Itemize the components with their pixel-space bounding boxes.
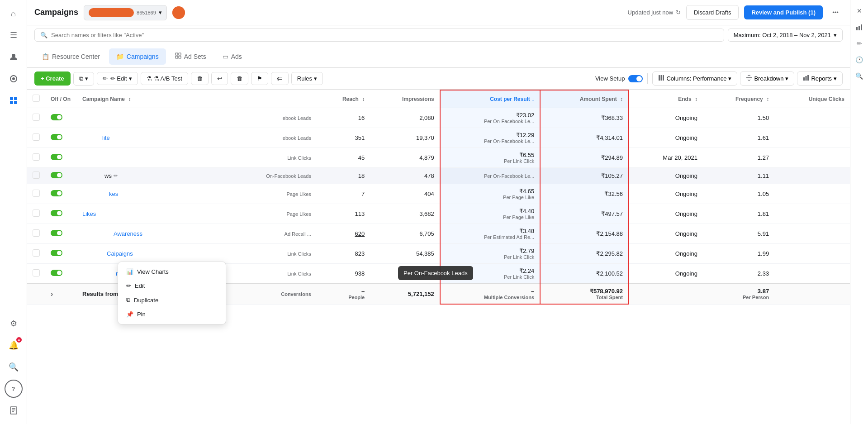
flag-button[interactable]: ⚑: [251, 72, 268, 85]
campaign-name-link-7[interactable]: Awareness: [114, 230, 142, 237]
sidebar-grid-icon[interactable]: [5, 91, 23, 110]
breakdown-dropdown-icon[interactable]: ▾: [785, 75, 788, 82]
campaign-name-link-5[interactable]: kes: [109, 191, 118, 197]
sidebar-bell-icon[interactable]: 🔔 4: [5, 336, 23, 354]
breakdown-button[interactable]: Breakdown ▾: [740, 71, 794, 86]
table-row[interactable]: lite ebook Leads 351 19,370 ₹12.29 Per O…: [27, 128, 850, 148]
edit-dropdown-icon[interactable]: ▾: [129, 75, 132, 82]
context-menu-view-charts[interactable]: 📊 View Charts: [121, 265, 223, 279]
view-setup-toggle[interactable]: [628, 75, 643, 82]
row-cpr-3: ₹6.55 Per Link Click: [440, 148, 541, 168]
tab-campaigns[interactable]: 📁 Campaigns: [109, 48, 166, 65]
right-chart-icon[interactable]: [853, 21, 866, 33]
campaign-name-link-2[interactable]: lite: [102, 134, 110, 141]
col-ends-sort-icon[interactable]: ↕: [695, 96, 697, 102]
campaign-toggle-2[interactable]: [51, 134, 62, 140]
campaign-name-link-8[interactable]: Caipaigns: [107, 250, 133, 257]
row-unique-clicks-1: [774, 108, 850, 128]
tab-ads[interactable]: ▭ Ads: [215, 48, 249, 65]
sidebar-user-icon[interactable]: [5, 48, 23, 66]
table-row[interactable]: kes Page Likes 7 404 ₹4.65 Per Page Like: [27, 184, 850, 204]
account-id: 8651869: [137, 10, 156, 15]
columns-button[interactable]: Columns: Performance ▾: [652, 71, 737, 86]
campaign-toggle-6[interactable]: [51, 210, 62, 216]
right-close-icon[interactable]: ✕: [853, 5, 866, 17]
sidebar-help-icon[interactable]: ?: [5, 380, 23, 398]
tab-ad-sets[interactable]: Ad Sets: [168, 48, 213, 65]
view-setup: View Setup: [595, 75, 643, 82]
sidebar-menu-icon[interactable]: ☰: [5, 26, 23, 44]
context-menu-edit[interactable]: ✏ Edit: [121, 279, 223, 293]
rules-dropdown-icon[interactable]: ▾: [314, 75, 317, 82]
sidebar-book-icon[interactable]: [5, 401, 23, 419]
sidebar-home-icon[interactable]: ⌂: [5, 5, 23, 23]
copy-dropdown-icon[interactable]: ▾: [85, 75, 88, 82]
col-frequency-sort-icon[interactable]: ↕: [766, 96, 769, 102]
tag-button[interactable]: 🏷: [271, 72, 289, 85]
review-publish-button[interactable]: Review and Publish (1): [744, 5, 823, 19]
table-row[interactable]: Link Clicks 45 4,879 ₹6.55 Per Link Clic…: [27, 148, 850, 168]
select-all-checkbox[interactable]: [33, 95, 40, 102]
discard-drafts-button[interactable]: Discard Drafts: [686, 5, 739, 20]
col-name-sort-icon[interactable]: ↕: [128, 96, 131, 102]
campaign-toggle-7[interactable]: [51, 230, 62, 236]
campaign-name-pill-2: [82, 134, 100, 142]
search-input[interactable]: [51, 32, 718, 38]
svg-rect-19: [803, 77, 805, 81]
right-pencil-icon[interactable]: ✏: [853, 37, 866, 50]
footer-expand-icon[interactable]: ›: [51, 290, 53, 298]
table-row[interactable]: Awareness Ad Recall ... 620 6,705 ₹3.48: [27, 224, 850, 244]
row-impressions-5: 404: [370, 184, 440, 204]
ab-test-button[interactable]: ⚗ ⚗ A/B Test: [141, 72, 188, 85]
campaign-toggle-1[interactable]: [51, 114, 62, 120]
right-zoom-icon[interactable]: 🔍: [853, 70, 866, 82]
col-reach-sort-icon[interactable]: ↕: [362, 96, 365, 102]
campaign-toggle-3[interactable]: [51, 154, 62, 160]
campaign-toggle-4[interactable]: [51, 172, 62, 178]
sidebar-target-icon[interactable]: [5, 70, 23, 88]
footer-amount-spent: ₹578,970.92 Total Spent: [540, 284, 629, 304]
table-row[interactable]: Likes Page Likes 113 3,682 ₹4.40 Per Pag…: [27, 204, 850, 224]
col-amount-sort-icon[interactable]: ↕: [620, 96, 623, 102]
table-row[interactable]: Caipaigns Link Clicks 823 54,385 ₹2.79 P…: [27, 244, 850, 264]
account-dropdown-icon[interactable]: ▾: [159, 9, 162, 16]
undo-button[interactable]: ↩: [211, 72, 228, 85]
account-selector[interactable]: 8651869 ▾: [84, 5, 167, 20]
more-options-button[interactable]: •••: [828, 5, 843, 20]
create-button[interactable]: + Create: [34, 71, 71, 86]
context-menu-duplicate[interactable]: ⧉ Duplicate: [121, 293, 223, 307]
refresh-icon[interactable]: ↻: [676, 9, 681, 16]
trash-button[interactable]: 🗑: [231, 72, 248, 85]
campaign-toggle-9[interactable]: [51, 270, 62, 276]
row-frequency-5: 1.05: [703, 184, 774, 204]
sidebar-settings-icon[interactable]: ⚙: [5, 314, 23, 333]
row-toggle-8: [45, 244, 77, 264]
svg-rect-18: [746, 77, 752, 78]
edit-button[interactable]: ✏ ✏ Edit ▾: [97, 72, 138, 85]
table-row[interactable]: ebook Leads 16 2,080 ₹23.02 Per On-Faceb…: [27, 108, 850, 128]
campaign-name-link-6[interactable]: Likes: [82, 210, 96, 217]
tab-resource-center[interactable]: 📋 Resource Center: [34, 48, 107, 65]
delete-button[interactable]: 🗑: [191, 72, 209, 85]
reports-button[interactable]: Reports ▾: [797, 71, 843, 86]
rules-button[interactable]: Rules ▾: [291, 72, 323, 85]
table-row[interactable]: ws ✏ On-Facebook Leads 18 478 Per On-Fac…: [27, 168, 850, 184]
campaign-toggle-5[interactable]: [51, 190, 62, 196]
search-input-wrapper[interactable]: 🔍: [34, 29, 724, 42]
svg-rect-21: [807, 75, 809, 81]
account-avatar[interactable]: [172, 6, 185, 19]
date-range-selector[interactable]: Maximum: Oct 2, 2018 – Nov 2, 2021 ▾: [728, 29, 843, 42]
row-name-cell-8: Caipaigns: [77, 244, 226, 264]
columns-dropdown-icon[interactable]: ▾: [728, 75, 731, 82]
row-type-1: ebook Leads: [226, 108, 317, 128]
copy-button[interactable]: ⧉ ▾: [73, 72, 94, 86]
columns-icon: [658, 75, 664, 82]
row-frequency-3: 1.27: [703, 148, 774, 168]
right-clock-icon[interactable]: 🕐: [853, 53, 866, 66]
sidebar-search-icon[interactable]: 🔍: [5, 358, 23, 376]
edit-inline-icon[interactable]: ✏: [114, 173, 118, 179]
context-menu-pin[interactable]: 📌 Pin: [121, 307, 223, 321]
campaign-toggle-8[interactable]: [51, 250, 62, 256]
reports-dropdown-icon[interactable]: ▾: [834, 75, 837, 82]
row-name-cell-6: Likes: [77, 204, 226, 224]
